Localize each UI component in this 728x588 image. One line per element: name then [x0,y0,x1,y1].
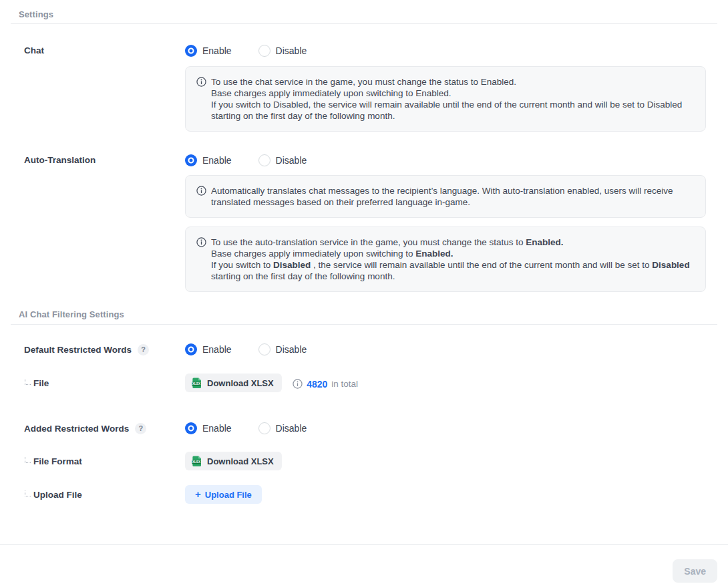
info-icon [293,379,303,389]
xlsx-file-icon: XLSX [191,377,203,389]
radio-disable-label: Disable [276,344,307,355]
auto-translation-field-row: Auto-Translation Enable Disable Automati… [0,153,728,292]
added-restricted-words-row: Added Restricted Words ? Enable Disable [0,421,728,436]
chat-disable-radio[interactable]: Disable [258,45,307,57]
chat-info-text: To use the chat service in the game, you… [211,76,695,122]
help-badge[interactable]: ? [135,423,146,434]
radio-checked-icon [185,45,197,57]
default-restricted-enable-radio[interactable]: Enable [185,343,232,355]
tree-branch-icon [25,490,31,496]
word-count-value: 4820 [307,379,327,390]
info-icon [196,237,206,247]
file-label: File [24,378,185,388]
radio-disable-label: Disable [276,423,307,434]
auto-translation-enable-radio[interactable]: Enable [185,154,232,166]
radio-unchecked-icon [258,343,270,355]
footer: Save [0,559,728,583]
chat-label: Chat [24,43,185,55]
upload-file-label: Upload File [24,490,185,500]
added-restricted-words-label: Added Restricted Words ? [24,423,185,434]
default-restricted-words-label: Default Restricted Words ? [24,344,185,355]
default-restricted-disable-radio[interactable]: Disable [258,343,307,355]
upload-file-button[interactable]: + Upload File [185,485,262,504]
default-restricted-file-row: File XLSX Download XLSX 4820 in total [0,374,728,392]
added-restricted-disable-radio[interactable]: Disable [258,422,307,434]
auto-translation-label: Auto-Translation [24,153,185,165]
info-line: If you switch to Disabled, the service w… [211,99,695,122]
info-icon [196,186,206,196]
default-restricted-words-row: Default Restricted Words ? Enable Disabl… [0,342,728,357]
radio-disable-label: Disable [276,45,307,56]
radio-checked-icon [185,154,197,166]
help-badge[interactable]: ? [138,344,149,355]
info-line: Automatically translates chat messages t… [211,185,695,208]
radio-checked-icon [185,343,197,355]
file-format-row: File Format XLSX Download XLSX [0,452,728,470]
radio-unchecked-icon [258,154,270,166]
radio-enable-label: Enable [202,45,232,56]
auto-translation-disable-radio[interactable]: Disable [258,154,307,166]
chat-radio-group: Enable Disable [185,43,728,58]
chat-field-row: Chat Enable Disable To use the chat serv… [0,43,728,132]
chat-info-box: To use the chat service in the game, you… [185,66,706,132]
radio-unchecked-icon [258,45,270,57]
section-header-settings: Settings [11,0,717,24]
default-restricted-radio-group: Enable Disable [185,342,728,357]
download-xlsx-template-button[interactable]: XLSX Download XLSX [185,452,282,470]
save-button[interactable]: Save [673,559,717,583]
info-line: Base charges apply immediately upon swit… [211,248,695,259]
info-icon [196,77,206,87]
added-restricted-radio-group: Enable Disable [185,421,728,436]
radio-enable-label: Enable [202,423,232,434]
section-header-ai-chat-filtering: AI Chat Filtering Settings [11,299,717,325]
section-title: Settings [19,9,53,19]
tree-branch-icon [25,379,31,385]
footer-divider [0,544,728,545]
info-line: Base charges apply immediately upon swit… [211,88,695,99]
file-format-label: File Format [24,456,185,466]
word-count-suffix: in total [331,379,358,389]
added-restricted-enable-radio[interactable]: Enable [185,422,232,434]
info-line: If you switch to Disabled , the service … [211,259,695,282]
word-count: 4820 in total [293,379,358,390]
info-line: To use the chat service in the game, you… [211,76,695,88]
radio-disable-label: Disable [276,155,307,166]
chat-enable-radio[interactable]: Enable [185,45,232,57]
radio-enable-label: Enable [202,155,232,166]
radio-checked-icon [185,422,197,434]
upload-file-row: Upload File + Upload File [0,485,728,504]
auto-translation-description-text: Automatically translates chat messages t… [211,185,695,208]
auto-translation-billing-text: To use the auto-translation service in t… [211,237,695,282]
download-xlsx-button[interactable]: XLSX Download XLSX [185,374,282,392]
section-title: AI Chat Filtering Settings [19,309,124,319]
svg-text:XLSX: XLSX [192,382,201,386]
plus-icon: + [195,489,201,499]
info-line: To use the auto-translation service in t… [211,237,695,248]
radio-unchecked-icon [258,422,270,434]
auto-translation-radio-group: Enable Disable [185,153,728,168]
svg-text:XLSX: XLSX [192,460,201,464]
tree-branch-icon [25,457,31,463]
auto-translation-description-box: Automatically translates chat messages t… [185,175,706,218]
xlsx-file-icon: XLSX [191,455,203,467]
auto-translation-billing-box: To use the auto-translation service in t… [185,227,706,292]
radio-enable-label: Enable [202,344,232,355]
